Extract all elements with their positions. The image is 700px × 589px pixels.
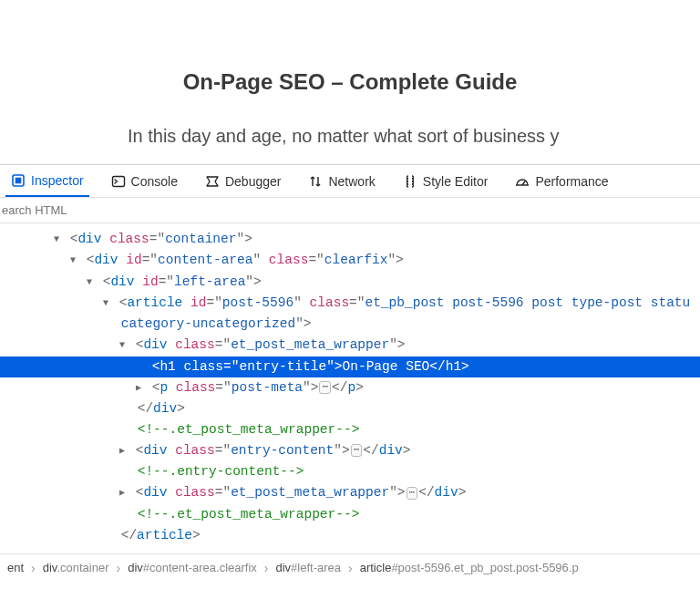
dom-tree[interactable]: <div class="container"> <div id="content…: [0, 223, 700, 553]
twisty-icon[interactable]: [84, 272, 95, 293]
tab-label: Debugger: [225, 174, 282, 189]
twisty-icon[interactable]: [133, 377, 144, 398]
dom-row[interactable]: <!--.et_post_meta_wrapper-->: [0, 419, 700, 440]
ellipsis-icon[interactable]: ⋯: [351, 444, 363, 457]
dom-row[interactable]: </div>: [0, 398, 700, 419]
ellipsis-icon[interactable]: ⋯: [319, 381, 331, 394]
breadcrumb-item[interactable]: article#post-5596.et_pb_post.post-5596.p: [353, 561, 586, 574]
dom-row[interactable]: <div class="et_post_meta_wrapper">⋯</div…: [0, 482, 700, 503]
tab-label: Console: [131, 174, 178, 189]
twisty-icon[interactable]: [117, 440, 128, 461]
html-search-bar: [0, 198, 700, 223]
twisty-icon[interactable]: [117, 482, 128, 503]
dom-row[interactable]: <div class="et_post_meta_wrapper">: [0, 335, 700, 356]
page-title: On-Page SEO – Complete Guide: [0, 69, 700, 95]
breadcrumb-item[interactable]: div#left-area: [268, 561, 348, 574]
performance-icon: [515, 174, 530, 189]
dom-row[interactable]: <!--.et_post_meta_wrapper-->: [0, 504, 700, 525]
breadcrumb: ent › div.container › div#content-area.c…: [0, 553, 700, 581]
tab-network[interactable]: Network: [303, 165, 380, 197]
breadcrumb-item[interactable]: ent: [0, 561, 31, 574]
devtools-tabs: Inspector Console Debugger Network Style…: [0, 165, 700, 198]
tab-console[interactable]: Console: [106, 165, 183, 197]
dom-row[interactable]: category-uncategorized">: [0, 314, 700, 335]
console-icon: [111, 174, 126, 189]
breadcrumb-item[interactable]: div.container: [36, 561, 117, 574]
tab-styleeditor[interactable]: Style Editor: [397, 165, 494, 197]
dom-row[interactable]: <div class="entry-content">⋯</div>: [0, 440, 700, 461]
twisty-icon[interactable]: [51, 229, 62, 250]
tab-debugger[interactable]: Debugger: [200, 165, 287, 197]
dom-row[interactable]: </article>: [0, 525, 700, 546]
dom-row[interactable]: <p class="post-meta">⋯</p>: [0, 377, 700, 398]
twisty-icon[interactable]: [117, 335, 128, 356]
ellipsis-icon[interactable]: ⋯: [407, 487, 418, 500]
tab-performance[interactable]: Performance: [510, 165, 613, 197]
network-icon: [308, 174, 323, 189]
dom-row[interactable]: <div id="left-area">: [0, 272, 700, 293]
tab-label: Inspector: [31, 173, 84, 188]
styleeditor-icon: [403, 174, 417, 189]
tab-inspector[interactable]: Inspector: [5, 165, 89, 197]
dom-row[interactable]: <div id="content-area" class="clearfix">: [0, 250, 700, 271]
twisty-icon[interactable]: [100, 293, 111, 314]
debugger-icon: [205, 174, 220, 189]
dom-row[interactable]: <!--.entry-content-->: [0, 461, 700, 482]
inspector-icon: [11, 173, 26, 188]
devtools-panel: Inspector Console Debugger Network Style…: [0, 164, 700, 581]
svg-rect-1: [15, 178, 21, 183]
dom-row[interactable]: <div class="container">: [0, 229, 700, 250]
search-input[interactable]: [0, 200, 182, 221]
dom-row[interactable]: <article id="post-5596" class="et_pb_pos…: [0, 293, 700, 314]
twisty-icon[interactable]: [67, 250, 78, 271]
svg-rect-2: [112, 176, 124, 186]
page-preview: On-Page SEO – Complete Guide In this day…: [0, 0, 700, 164]
tab-label: Network: [328, 174, 375, 189]
tab-label: Performance: [535, 174, 608, 189]
tab-label: Style Editor: [423, 174, 489, 189]
page-paragraph: In this day and age, no matter what sort…: [0, 126, 700, 147]
breadcrumb-item[interactable]: div#content-area.clearfix: [120, 561, 264, 574]
dom-row-selected[interactable]: <h1 class="entry-title">On-Page SEO</h1>: [0, 356, 700, 377]
